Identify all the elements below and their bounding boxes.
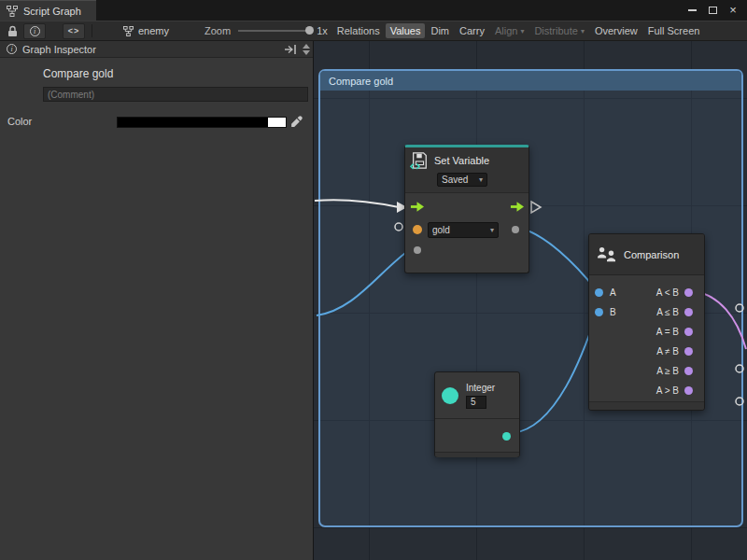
code-icon: <> [68, 26, 80, 35]
comparison-row: A A < B [589, 283, 704, 302]
output-port-a-lte-b[interactable] [684, 308, 693, 316]
chevron-down-icon: ▾ [487, 226, 494, 234]
flow-output-port[interactable] [510, 202, 524, 212]
comparison-row: A ≠ B [589, 342, 704, 361]
tab-title: Script Graph [23, 6, 81, 17]
inspector-toggle-button[interactable]: i [23, 23, 46, 39]
color-swatch[interactable] [117, 117, 287, 128]
maximize-button[interactable] [707, 5, 718, 16]
unity-script-graph-window: Script Graph × i <> enemy [0, 0, 747, 560]
integer-node[interactable]: Integer 5 [434, 371, 520, 457]
value-input-port[interactable] [414, 246, 421, 254]
window-controls: × [686, 0, 747, 21]
input-label-a: A [610, 287, 616, 298]
set-variable-header: Set Variable Saved ▾ [405, 147, 529, 192]
color-field-row: Color [0, 116, 313, 129]
align-button[interactable]: Align ▾ [490, 23, 529, 38]
comment-input[interactable] [43, 87, 308, 102]
graph-canvas[interactable]: Compare gold [314, 41, 747, 560]
output-port-a-neq-b[interactable] [684, 347, 693, 356]
close-button[interactable]: × [727, 5, 739, 16]
output-port-a-eq-b[interactable] [684, 328, 693, 336]
dim-button[interactable]: Dim [426, 23, 454, 38]
variable-scope-value: Saved [442, 175, 468, 185]
comparison-rows: A A < B B A ≤ B A = B [589, 275, 704, 400]
output-label: A > B [656, 385, 679, 396]
chevron-down-icon: ▾ [476, 175, 483, 184]
graph-title: Compare gold [43, 67, 313, 80]
variable-scope-dropdown[interactable]: Saved ▾ [437, 173, 487, 187]
group-header[interactable]: Compare gold [320, 71, 741, 91]
overview-label: Overview [595, 25, 638, 36]
zoom-slider[interactable] [238, 30, 311, 32]
values-label: Values [390, 25, 421, 36]
chevron-down-icon: ▾ [520, 27, 524, 35]
node-footer [589, 401, 704, 410]
output-port-a-less-b[interactable] [684, 288, 693, 297]
inspector-body: Compare gold Color [0, 58, 313, 560]
tab-script-graph[interactable]: Script Graph [0, 0, 96, 21]
color-label: Color [7, 116, 32, 127]
save-variable-icon [410, 151, 429, 170]
group-title: Compare gold [329, 76, 393, 87]
integer-title: Integer [466, 383, 495, 393]
relations-button[interactable]: Relations [332, 23, 385, 38]
set-variable-node[interactable]: Set Variable Saved ▾ [404, 145, 529, 273]
output-label: A < B [656, 287, 679, 298]
integer-output-port[interactable] [502, 432, 511, 441]
values-button[interactable]: Values [386, 23, 426, 38]
input-label-b: B [610, 307, 616, 317]
relations-label: Relations [337, 25, 380, 36]
inspector-header: i Graph Inspector [0, 41, 313, 58]
output-port-a-gte-b[interactable] [684, 367, 693, 375]
titlebar: Script Graph × [0, 0, 747, 21]
zoom-label: Zoom [204, 25, 231, 36]
comparison-row: A ≥ B [589, 361, 704, 381]
graph-toolbar: i <> enemy Zoom 1x Relations Values Dim … [0, 21, 747, 41]
chevron-down-icon: ▾ [581, 27, 585, 35]
zoom-value: 1x [317, 25, 328, 36]
output-port-a-gt-b[interactable] [684, 386, 693, 395]
output-label: A ≥ B [656, 366, 679, 376]
script-graph-icon [7, 6, 18, 17]
graph-inspector-panel: i Graph Inspector Compare gold [0, 41, 314, 560]
full-screen-button[interactable]: Full Screen [643, 23, 705, 38]
eyedropper-icon[interactable] [290, 116, 303, 128]
edit-script-button[interactable]: <> [63, 23, 85, 39]
graph-breadcrumb[interactable]: enemy [123, 25, 169, 36]
minimize-icon [688, 9, 697, 11]
variable-name-value: gold [432, 225, 450, 235]
carry-button[interactable]: Carry [455, 23, 489, 38]
color-swatch-highlight [268, 118, 286, 127]
dock-icon[interactable] [285, 45, 297, 54]
value-input-port[interactable] [413, 225, 422, 234]
set-variable-title: Set Variable [434, 155, 489, 166]
scroll-down-icon[interactable] [303, 50, 310, 55]
integer-value-field[interactable]: 5 [466, 396, 486, 409]
panel-scroll-arrows[interactable] [303, 44, 310, 55]
distribute-button[interactable]: Distribute ▾ [529, 23, 588, 38]
maximize-icon [709, 7, 717, 14]
flow-input-port[interactable] [410, 202, 424, 212]
value-output-port[interactable] [512, 226, 519, 233]
comparison-icon [597, 246, 617, 263]
zoom-slider-handle[interactable] [305, 26, 314, 35]
scroll-up-icon[interactable] [303, 44, 310, 49]
overview-button[interactable]: Overview [590, 23, 642, 38]
minimize-button[interactable] [686, 5, 698, 16]
comparison-header: Comparison [589, 234, 704, 275]
full-screen-label: Full Screen [648, 25, 700, 36]
comparison-row: A > B [589, 381, 704, 400]
comparison-node[interactable]: Comparison A A < B B A ≤ B [588, 233, 705, 411]
lock-icon[interactable] [7, 25, 18, 37]
input-port-b[interactable] [595, 308, 603, 316]
variable-name-dropdown[interactable]: gold ▾ [428, 222, 499, 238]
output-label: A ≠ B [656, 346, 679, 357]
input-port-a[interactable] [595, 288, 603, 297]
integer-type-icon [442, 387, 458, 404]
integer-ports [435, 418, 519, 452]
info-icon: i [30, 26, 40, 36]
inspector-header-title: Graph Inspector [22, 44, 96, 55]
toolbar-separator [92, 24, 92, 37]
node-footer [435, 452, 519, 457]
